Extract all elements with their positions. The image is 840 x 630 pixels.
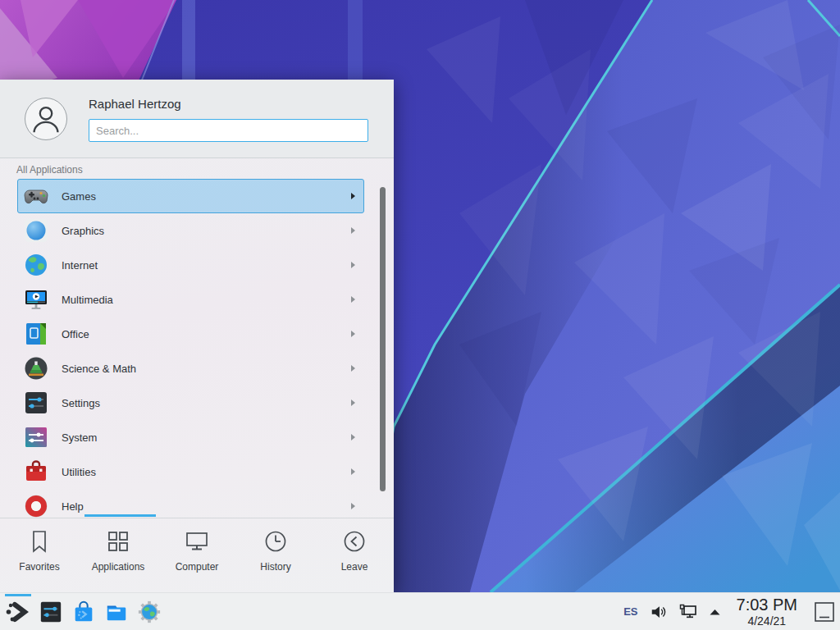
- digital-clock[interactable]: 7:03 PM 4/24/21: [737, 596, 797, 627]
- file-manager-task-button[interactable]: [100, 593, 133, 630]
- lifebuoy-icon: [23, 493, 49, 518]
- submenu-arrow-icon: [349, 502, 357, 510]
- application-launcher-menu: Raphael Hertzog All Applications Games: [0, 80, 394, 592]
- tab-applications[interactable]: Applications: [79, 518, 158, 592]
- browser-icon: [137, 600, 162, 624]
- leave-icon: [343, 528, 366, 555]
- active-task-indicator: [5, 594, 31, 596]
- category-label: Multimedia: [62, 294, 113, 306]
- submenu-arrow-icon: [349, 433, 357, 441]
- launcher-header: Raphael Hertzog: [0, 80, 394, 158]
- taskbar-panel: ES 7:03 PM 4/24/21: [0, 592, 840, 630]
- flask-icon: [23, 355, 49, 381]
- system-tray: ES 7:03 PM 4/24/21: [623, 593, 840, 630]
- section-label: All Applications: [16, 164, 83, 176]
- app-launcher-button[interactable]: [2, 593, 34, 630]
- submenu-arrow-icon: [349, 295, 357, 304]
- tab-label: Leave: [341, 561, 368, 573]
- gamepad-icon: [23, 183, 49, 209]
- category-graphics[interactable]: Graphics: [17, 213, 364, 248]
- category-science-math[interactable]: Science & Math: [17, 351, 364, 386]
- system-sliders-icon: [23, 424, 49, 450]
- tab-label: History: [260, 561, 290, 573]
- category-multimedia[interactable]: Multimedia: [17, 282, 364, 317]
- search-input[interactable]: [89, 119, 368, 142]
- category-list: Games Graphics: [17, 179, 364, 518]
- category-label: Science & Math: [62, 363, 136, 375]
- grid-icon: [107, 528, 130, 555]
- keyboard-layout-indicator[interactable]: ES: [623, 605, 637, 618]
- submenu-arrow-icon: [349, 226, 357, 235]
- category-utilities[interactable]: Utilities: [17, 454, 364, 489]
- clock-date: 4/24/21: [737, 615, 797, 627]
- submenu-arrow-icon: [349, 399, 357, 407]
- bookmark-icon: [29, 528, 50, 555]
- user-icon: [25, 98, 66, 139]
- clock-time: 7:03 PM: [737, 596, 797, 613]
- tab-history[interactable]: History: [236, 518, 315, 592]
- document-icon: [23, 321, 49, 347]
- submenu-arrow-icon: [349, 364, 357, 372]
- file-manager-icon: [104, 600, 129, 624]
- category-settings[interactable]: Settings: [17, 386, 364, 420]
- submenu-arrow-icon: [349, 330, 357, 338]
- category-help[interactable]: Help: [17, 489, 364, 518]
- category-label: Games: [62, 190, 96, 203]
- submenu-arrow-icon: [349, 261, 357, 269]
- submenu-arrow-icon: [349, 192, 357, 200]
- discover-icon: [71, 600, 96, 624]
- tab-label: Favorites: [19, 561, 59, 573]
- tab-computer[interactable]: Computer: [158, 518, 236, 592]
- tab-label: Computer: [176, 561, 219, 573]
- category-office[interactable]: Office: [17, 317, 364, 351]
- discover-task-button[interactable]: [67, 593, 100, 630]
- launcher-tab-bar: Favorites Applications: [0, 518, 394, 592]
- category-label: Settings: [62, 397, 100, 409]
- category-label: Office: [62, 328, 89, 340]
- show-desktop-icon: [814, 601, 835, 623]
- category-label: Graphics: [62, 225, 104, 237]
- tab-label: Applications: [92, 561, 145, 573]
- category-system[interactable]: System: [17, 420, 364, 454]
- show-desktop-button[interactable]: [814, 601, 835, 623]
- tab-favorites[interactable]: Favorites: [0, 518, 79, 592]
- clock-icon: [264, 528, 287, 555]
- network-icon[interactable]: [678, 602, 698, 622]
- kde-launcher-icon: [5, 599, 31, 625]
- expand-arrow-icon[interactable]: [709, 608, 721, 616]
- list-scrollbar[interactable]: [380, 187, 386, 491]
- toolbox-icon: [23, 459, 49, 485]
- category-internet[interactable]: Internet: [17, 248, 364, 282]
- category-label: System: [62, 431, 97, 444]
- system-settings-icon: [39, 600, 63, 624]
- user-name: Raphael Hertzog: [89, 97, 181, 111]
- sliders-icon: [23, 390, 49, 416]
- browser-task-button[interactable]: [133, 593, 166, 630]
- category-label: Utilities: [62, 466, 96, 478]
- category-games[interactable]: Games: [17, 179, 364, 213]
- submenu-arrow-icon: [349, 468, 357, 476]
- system-settings-task-button[interactable]: [34, 593, 67, 630]
- monitor-icon: [185, 528, 209, 555]
- category-label: Help: [62, 500, 84, 513]
- volume-icon[interactable]: [650, 603, 668, 621]
- sphere-icon: [23, 217, 49, 244]
- avatar[interactable]: [25, 98, 67, 140]
- media-player-icon: [23, 286, 49, 313]
- globe-icon: [23, 252, 49, 278]
- category-label: Internet: [62, 259, 98, 272]
- active-tab-indicator: [84, 514, 156, 517]
- tab-leave[interactable]: Leave: [315, 518, 394, 592]
